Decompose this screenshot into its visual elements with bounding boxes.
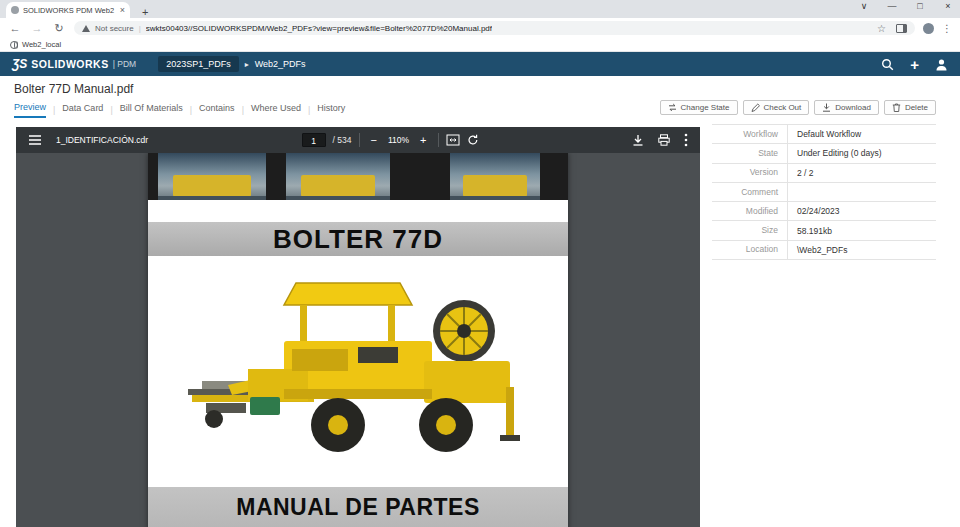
app-logo-text: SOLIDWORKS [31, 58, 108, 70]
property-label: Location [712, 240, 788, 259]
delete-label: Delete [905, 103, 928, 112]
toolbar-divider [359, 133, 360, 147]
change-state-label: Change State [681, 103, 730, 112]
page-number-input[interactable]: 1 [302, 133, 326, 147]
property-row: Version2 / 2 [712, 164, 936, 183]
breadcrumb-folder[interactable]: Web2_PDFs [255, 59, 306, 69]
zoom-in-button[interactable]: + [416, 134, 430, 146]
change-state-icon [668, 103, 677, 112]
property-label: Workflow [712, 125, 788, 144]
photo-strip [148, 153, 568, 200]
tab-data-card[interactable]: Data Card [62, 103, 103, 117]
machine-figure [148, 256, 568, 487]
omnibox-actions: ☆ [877, 23, 907, 34]
window-maximize-icon[interactable]: □ [914, 1, 926, 11]
property-row: WorkflowDefault Workflow [712, 125, 936, 144]
breadcrumb-arrow-icon: ▸ [245, 60, 249, 69]
property-label: Comment [712, 183, 788, 202]
property-value: Under Editing (0 days) [788, 148, 936, 158]
breadcrumb-vault[interactable]: 2023SP1_PDFs [158, 56, 239, 72]
pdf-page-controls: 1 / 534 − 110% + [302, 133, 479, 147]
file-actions: Change State Check Out Download Delete [660, 100, 936, 115]
tab-favicon-icon [11, 6, 19, 14]
tab-preview[interactable]: Preview [14, 102, 46, 118]
rotate-icon[interactable] [467, 134, 479, 146]
pdf-scroll-area[interactable]: BOLTER 77D [16, 153, 700, 527]
pdf-viewer: 1_IDENTIFICACIÓN.cdr 1 / 534 − 110% + [16, 127, 700, 527]
tab-contains[interactable]: Contains [199, 103, 235, 117]
breadcrumb: 2023SP1_PDFs ▸ Web2_PDFs [158, 56, 305, 72]
kebab-menu-icon[interactable] [684, 133, 688, 147]
side-panel-icon[interactable] [896, 24, 907, 33]
back-icon[interactable]: ← [8, 22, 22, 34]
property-row: StateUnder Editing (0 days) [712, 144, 936, 163]
window-minimize-icon[interactable]: — [886, 1, 898, 11]
new-tab-button[interactable]: + [138, 6, 152, 18]
browser-menu-icon[interactable]: ⋮ [942, 23, 952, 34]
machine-illustration [188, 277, 528, 467]
fit-width-icon[interactable] [446, 134, 460, 146]
tab-bill-of-materials[interactable]: Bill Of Materials [120, 103, 183, 117]
pdf-toolbar-right [632, 133, 688, 147]
pdf-download-icon[interactable] [632, 134, 644, 146]
refresh-icon[interactable]: ↻ [52, 22, 66, 35]
property-row: Location\Web2_PDFs [712, 241, 936, 260]
file-properties-panel: WorkflowDefault Workflow StateUnder Edit… [712, 124, 936, 260]
check-out-button[interactable]: Check Out [743, 100, 810, 115]
security-label: Not secure [95, 24, 134, 33]
tab-separator: | [242, 105, 244, 115]
photo-ground [158, 196, 266, 200]
browser-tab[interactable]: SOLIDWORKS PDM Web2 - 202 × [6, 2, 130, 18]
bookmark-globe-icon [10, 41, 18, 49]
property-value: 2 / 2 [788, 168, 936, 178]
download-label: Download [835, 103, 871, 112]
window-close-icon[interactable]: × [942, 1, 954, 11]
app-header: ƷS SOLIDWORKS | PDM 2023SP1_PDFs ▸ Web2_… [0, 52, 960, 76]
tab-separator: | [53, 105, 55, 115]
property-label: State [712, 144, 788, 163]
property-row: Size58.191kb [712, 221, 936, 240]
property-value: \Web2_PDFs [788, 245, 936, 255]
download-icon [822, 103, 831, 112]
footer-banner: MANUAL DE PARTES [148, 487, 568, 527]
document-subtitle: MANUAL DE PARTES [236, 494, 480, 521]
address-input[interactable]: Not secure | swkts00403//SOLIDWORKSPDM/W… [74, 21, 915, 35]
machine-photo-shape [463, 175, 528, 197]
forward-icon[interactable]: → [30, 22, 44, 34]
page-title: Bolter 77D Manual.pdf [14, 82, 133, 96]
not-secure-warning-icon [82, 25, 90, 32]
photo-thumbnail [158, 153, 266, 200]
window-controls: ∨ — □ × [858, 1, 954, 11]
browser-tabstrip: SOLIDWORKS PDM Web2 - 202 × + ∨ — □ × [0, 0, 960, 18]
browser-profile-avatar[interactable] [923, 23, 934, 34]
toolbar-divider [438, 133, 439, 147]
add-icon[interactable]: + [910, 57, 919, 72]
bookmarks-bar: Web2_local [0, 38, 960, 52]
tab-close-icon[interactable]: × [120, 6, 125, 15]
pdf-page: BOLTER 77D [148, 153, 568, 527]
download-button[interactable]: Download [814, 100, 879, 115]
window-dropdown-icon[interactable]: ∨ [858, 1, 870, 11]
menu-hamburger-icon[interactable] [28, 134, 42, 146]
solidworks-logo-icon: ƷS [12, 57, 27, 71]
tab-separator: | [110, 105, 112, 115]
property-row: Modified02/24/2023 [712, 202, 936, 221]
bookmark-item[interactable]: Web2_local [22, 40, 61, 49]
property-value: 02/24/2023 [788, 206, 936, 216]
file-tabs: Preview | Data Card | Bill Of Materials … [14, 102, 345, 118]
tab-title: SOLIDWORKS PDM Web2 - 202 [23, 6, 116, 15]
tab-separator: | [190, 105, 192, 115]
tab-where-used[interactable]: Where Used [251, 103, 301, 117]
print-icon[interactable] [658, 134, 670, 146]
zoom-out-button[interactable]: − [367, 134, 381, 146]
search-icon[interactable] [881, 58, 894, 71]
pdf-toolbar: 1_IDENTIFICACIÓN.cdr 1 / 534 − 110% + [16, 127, 700, 153]
delete-button[interactable]: Delete [884, 100, 936, 115]
property-label: Size [712, 221, 788, 240]
tab-history[interactable]: History [317, 103, 345, 117]
bookmark-star-icon[interactable]: ☆ [877, 23, 886, 34]
property-row: Comment [712, 183, 936, 202]
change-state-button[interactable]: Change State [660, 100, 738, 115]
user-icon[interactable] [935, 58, 948, 71]
header-actions: + [881, 57, 948, 72]
